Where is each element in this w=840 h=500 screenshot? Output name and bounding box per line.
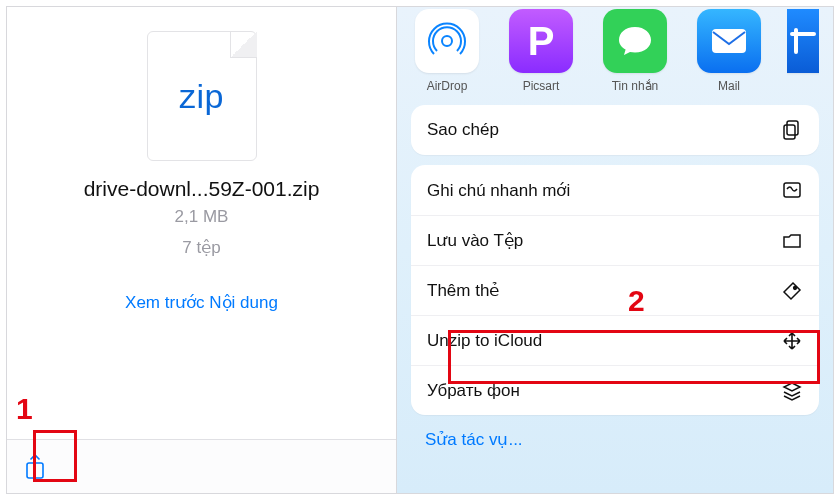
- share-app-label: Mail: [718, 79, 740, 93]
- action-group-main: Ghi chú nhanh mới Lưu vào Tệp Thêm thẻ U…: [411, 165, 819, 415]
- action-add-tags[interactable]: Thêm thẻ: [411, 265, 819, 315]
- share-app-airdrop[interactable]: AirDrop: [411, 9, 483, 93]
- action-save-files[interactable]: Lưu vào Tệp: [411, 215, 819, 265]
- share-sheet: AirDrop P Picsart Tin nhắn Mail: [397, 7, 833, 493]
- move-icon: [781, 330, 803, 352]
- share-button[interactable]: [15, 447, 55, 487]
- share-app-mail[interactable]: Mail: [693, 9, 765, 93]
- more-app-icon: [787, 9, 819, 73]
- action-label: Sao chép: [427, 120, 499, 140]
- share-app-messages[interactable]: Tin nhắn: [599, 9, 671, 93]
- action-label: Убрать фон: [427, 381, 520, 401]
- svg-rect-3: [787, 121, 798, 135]
- share-icon: [23, 453, 47, 481]
- file-name: drive-downl...59Z-001.zip: [84, 177, 320, 201]
- action-quick-note[interactable]: Ghi chú nhanh mới: [411, 165, 819, 215]
- svg-point-1: [442, 36, 452, 46]
- svg-point-6: [794, 286, 797, 289]
- svg-rect-2: [712, 29, 746, 53]
- picsart-icon: P: [509, 9, 573, 73]
- folder-icon: [781, 230, 803, 252]
- share-app-more[interactable]: [787, 9, 819, 93]
- airdrop-icon: [415, 9, 479, 73]
- file-count: 7 tệp: [182, 237, 220, 258]
- tag-icon: [781, 280, 803, 302]
- share-app-picsart[interactable]: P Picsart: [505, 9, 577, 93]
- share-app-row: AirDrop P Picsart Tin nhắn Mail: [397, 7, 833, 93]
- messages-icon: [603, 9, 667, 73]
- action-label: Thêm thẻ: [427, 280, 499, 301]
- share-app-label: Tin nhắn: [612, 79, 659, 93]
- zip-badge-text: zip: [179, 77, 224, 116]
- note-icon: [781, 179, 803, 201]
- share-app-label: AirDrop: [427, 79, 468, 93]
- action-label: Unzip to iCloud: [427, 331, 542, 351]
- action-copy[interactable]: Sao chép: [411, 105, 819, 155]
- copy-icon: [781, 119, 803, 141]
- preview-contents-link[interactable]: Xem trước Nội dung: [125, 292, 278, 313]
- file-preview-panel: zip drive-downl...59Z-001.zip 2,1 MB 7 t…: [7, 7, 396, 493]
- mail-icon: [697, 9, 761, 73]
- action-group-copy: Sao chép: [411, 105, 819, 155]
- file-thumbnail: zip: [147, 31, 257, 161]
- action-label: Lưu vào Tệp: [427, 230, 523, 251]
- layers-icon: [781, 380, 803, 402]
- action-unzip-icloud[interactable]: Unzip to iCloud: [411, 315, 819, 365]
- toolbar: [7, 439, 396, 493]
- svg-rect-4: [784, 125, 795, 139]
- share-app-label: Picsart: [523, 79, 560, 93]
- action-remove-bg[interactable]: Убрать фон: [411, 365, 819, 415]
- edit-actions-link[interactable]: Sửa tác vụ...: [425, 429, 833, 450]
- action-label: Ghi chú nhanh mới: [427, 180, 570, 201]
- file-size: 2,1 MB: [175, 207, 229, 227]
